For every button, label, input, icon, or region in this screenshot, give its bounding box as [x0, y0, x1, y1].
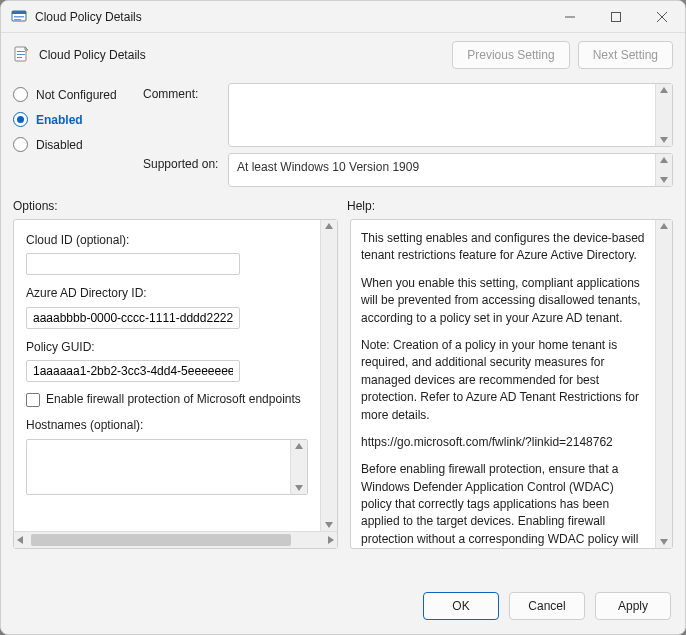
next-setting-button[interactable]: Next Setting — [578, 41, 673, 69]
options-scrollbar[interactable] — [320, 220, 337, 531]
svg-rect-9 — [17, 57, 22, 58]
options-panel: Cloud ID (optional): Azure AD Directory … — [13, 219, 338, 549]
close-button[interactable] — [639, 1, 685, 33]
comment-value — [229, 84, 655, 146]
svg-rect-1 — [12, 11, 26, 14]
svg-rect-4 — [565, 16, 575, 17]
options-heading: Options: — [13, 199, 335, 213]
scroll-right-icon[interactable] — [320, 532, 337, 548]
scroll-up-icon[interactable] — [656, 154, 672, 170]
radio-disabled[interactable]: Disabled — [13, 137, 133, 152]
policy-icon — [13, 46, 31, 64]
scroll-up-icon[interactable] — [291, 440, 307, 457]
comment-textarea[interactable] — [228, 83, 673, 147]
help-paragraph: When you enable this setting, compliant … — [361, 275, 645, 327]
cancel-button[interactable]: Cancel — [509, 592, 585, 620]
svg-rect-5 — [612, 12, 621, 21]
scroll-down-icon[interactable] — [656, 129, 672, 146]
panels: Cloud ID (optional): Azure AD Directory … — [1, 219, 685, 580]
supported-on-label: Supported on: — [143, 153, 228, 171]
radio-not-configured[interactable]: Not Configured — [13, 87, 133, 102]
radio-label: Disabled — [36, 138, 83, 152]
titlebar: Cloud Policy Details — [1, 1, 685, 33]
policy-guid-input[interactable] — [26, 360, 240, 382]
scroll-up-icon[interactable] — [656, 84, 672, 101]
radio-label: Not Configured — [36, 88, 117, 102]
cloud-id-input[interactable] — [26, 253, 240, 275]
svg-rect-3 — [14, 19, 21, 21]
radio-dot-icon — [13, 87, 28, 102]
app-icon — [11, 9, 27, 25]
dialog-window: Cloud Policy Details Cloud Policy Detail… — [0, 0, 686, 635]
help-link-text: https://go.microsoft.com/fwlink/?linkid=… — [361, 434, 645, 451]
supported-on-field: At least Windows 10 Version 1909 — [228, 153, 673, 187]
help-paragraph: Note: Creation of a policy in your home … — [361, 337, 645, 424]
scrollbar[interactable] — [655, 154, 672, 186]
hostnames-value — [27, 440, 290, 494]
page-title: Cloud Policy Details — [39, 48, 146, 62]
radio-label: Enabled — [36, 113, 83, 127]
scroll-down-icon[interactable] — [321, 514, 337, 531]
radio-enabled[interactable]: Enabled — [13, 112, 133, 127]
help-heading: Help: — [347, 199, 673, 213]
help-panel: This setting enables and configures the … — [350, 219, 673, 549]
scrollbar[interactable] — [655, 84, 672, 146]
hostnames-textarea[interactable] — [26, 439, 308, 495]
dialog-footer: OK Cancel Apply — [1, 580, 685, 634]
config-area: Not Configured Enabled Disabled Comment: — [1, 77, 685, 197]
options-hscrollbar[interactable] — [14, 531, 337, 548]
scroll-down-icon[interactable] — [291, 477, 307, 494]
minimize-button[interactable] — [547, 1, 593, 33]
previous-setting-button[interactable]: Previous Setting — [452, 41, 569, 69]
firewall-checkbox-label: Enable firewall protection of Microsoft … — [46, 392, 301, 407]
help-paragraph: This setting enables and configures the … — [361, 230, 645, 265]
help-content: This setting enables and configures the … — [351, 220, 655, 548]
radio-dot-icon — [13, 137, 28, 152]
cloud-id-label: Cloud ID (optional): — [26, 232, 308, 249]
supported-on-value: At least Windows 10 Version 1909 — [229, 154, 655, 186]
scroll-down-icon[interactable] — [656, 531, 672, 548]
comment-label: Comment: — [143, 83, 228, 101]
scrollbar[interactable] — [290, 440, 307, 494]
subheader: Cloud Policy Details Previous Setting Ne… — [1, 33, 685, 77]
firewall-checkbox-row[interactable]: Enable firewall protection of Microsoft … — [26, 392, 308, 407]
svg-rect-8 — [17, 54, 25, 55]
scroll-thumb[interactable] — [31, 534, 291, 546]
help-scrollbar[interactable] — [655, 220, 672, 548]
azure-dir-input[interactable] — [26, 307, 240, 329]
svg-rect-2 — [14, 16, 24, 18]
radio-dot-icon — [13, 112, 28, 127]
svg-rect-7 — [17, 51, 25, 52]
apply-button[interactable]: Apply — [595, 592, 671, 620]
section-labels: Options: Help: — [1, 197, 685, 219]
scroll-up-icon[interactable] — [321, 220, 337, 237]
state-radio-group: Not Configured Enabled Disabled — [13, 83, 133, 187]
policy-guid-label: Policy GUID: — [26, 339, 308, 356]
azure-dir-label: Azure AD Directory ID: — [26, 285, 308, 302]
ok-button[interactable]: OK — [423, 592, 499, 620]
maximize-button[interactable] — [593, 1, 639, 33]
scroll-left-icon[interactable] — [14, 532, 31, 548]
hostnames-label: Hostnames (optional): — [26, 417, 308, 434]
scroll-down-icon[interactable] — [656, 170, 672, 186]
checkbox-icon — [26, 393, 40, 407]
scroll-up-icon[interactable] — [656, 220, 672, 237]
window-title: Cloud Policy Details — [35, 10, 142, 24]
help-paragraph: Before enabling firewall protection, ens… — [361, 461, 645, 548]
